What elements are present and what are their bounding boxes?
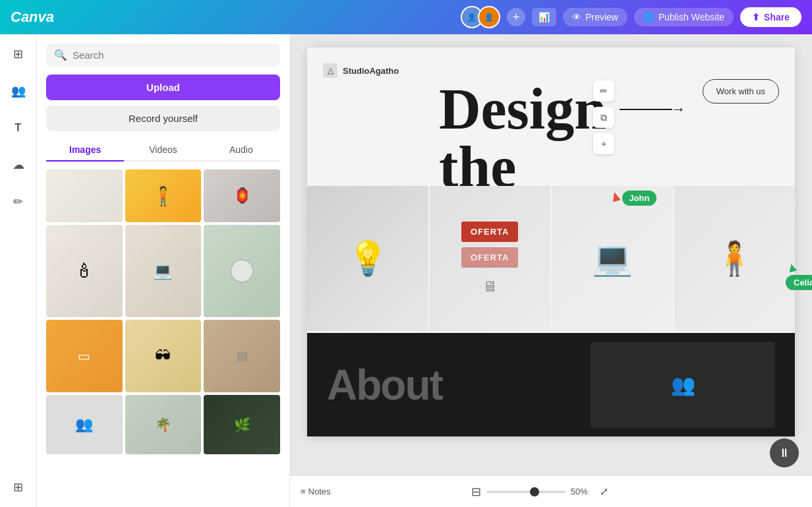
about-text: About bbox=[327, 361, 442, 409]
record-yourself-button[interactable]: Record yourself bbox=[46, 105, 280, 131]
john-name-badge: John bbox=[622, 191, 656, 206]
oferta-badge: OFERTA bbox=[461, 222, 518, 242]
list-item[interactable] bbox=[46, 169, 123, 222]
slide-logo: △ StudioAgatho bbox=[323, 63, 399, 78]
slide-wrapper: △ StudioAgatho Work with us Design → bbox=[307, 47, 795, 436]
people-icon[interactable]: 👥 bbox=[7, 79, 30, 103]
work-with-us-button[interactable]: Work with us bbox=[703, 79, 779, 104]
add-canvas-button[interactable]: + bbox=[593, 133, 614, 154]
share-button[interactable]: ⬆ Share bbox=[740, 7, 801, 27]
canva-logo: Canva bbox=[11, 9, 54, 26]
bottom-center: ⊟ 50% ⤢ bbox=[471, 485, 608, 499]
eye-icon: 👁 bbox=[572, 12, 581, 22]
text-icon[interactable]: T bbox=[7, 116, 30, 140]
list-item[interactable]: 🏮 bbox=[204, 169, 280, 222]
celia-cursor-arrow: ▲ bbox=[784, 258, 800, 276]
list-item[interactable]: ▤ bbox=[204, 320, 280, 392]
list-item[interactable]: 🌿 bbox=[204, 395, 280, 454]
topbar-center: 👤 👤 + 📊 👁 Preview 🌐 Publish Website ⬆ Sh… bbox=[461, 6, 801, 28]
list-item[interactable]: 💻 bbox=[125, 225, 202, 317]
celia-cursor: ▲ Celia bbox=[786, 260, 812, 290]
tab-videos[interactable]: Videos bbox=[124, 139, 202, 162]
avatar-group: 👤 👤 bbox=[461, 6, 500, 28]
globe-icon: 🌐 bbox=[643, 12, 654, 22]
person-image: 🧍 bbox=[674, 186, 796, 331]
list-item[interactable] bbox=[204, 225, 280, 317]
oferta-badge-2: OFERTA bbox=[461, 247, 518, 268]
add-collaborator-button[interactable]: + bbox=[507, 8, 525, 26]
preview-button[interactable]: 👁 Preview bbox=[563, 8, 627, 26]
laptop-image: 💻 bbox=[552, 186, 674, 331]
main-layout: ⊞ 👥 T ☁ ✏ ⊞ 🔍 Upload Record yourself Ima… bbox=[0, 34, 812, 507]
notes-button[interactable]: ≡ Notes bbox=[301, 487, 331, 496]
list-item[interactable]: 🕶 bbox=[125, 320, 202, 392]
upload-button[interactable]: Upload bbox=[46, 75, 280, 100]
slide-1: △ StudioAgatho Work with us Design → bbox=[307, 47, 795, 331]
list-item[interactable]: 👥 bbox=[46, 395, 123, 454]
bottom-images-row: 💡 OFERTA OFERTA 🖥 💻 bbox=[307, 186, 795, 331]
icon-bar: ⊞ 👥 T ☁ ✏ ⊞ bbox=[0, 34, 37, 507]
john-cursor: John bbox=[612, 189, 656, 206]
copy-canvas-button[interactable]: ⧉ bbox=[593, 107, 614, 128]
draw-icon[interactable]: ✏ bbox=[7, 190, 30, 214]
lamp-image: 💡 bbox=[307, 186, 430, 331]
pages-icon-button[interactable]: ⊟ bbox=[471, 485, 481, 499]
list-item[interactable]: 🧍 bbox=[125, 169, 202, 222]
canvas-area: ✏ ⧉ + John ▲ Celia △ bbox=[290, 34, 812, 507]
cloud-upload-icon[interactable]: ☁ bbox=[7, 153, 30, 177]
image-grid: 🧍 🏮 🕯 💻 ▭ 🕶 bbox=[46, 169, 280, 454]
list-item[interactable]: 🕯 bbox=[46, 225, 123, 317]
share-icon: ⬆ bbox=[752, 12, 760, 22]
publish-website-button[interactable]: 🌐 Publish Website bbox=[634, 8, 734, 26]
tab-images[interactable]: Images bbox=[46, 139, 124, 162]
oferta-image: OFERTA OFERTA 🖥 bbox=[430, 186, 552, 331]
topbar: Canva 👤 👤 + 📊 👁 Preview 🌐 Publish Websit… bbox=[0, 0, 812, 34]
pause-button[interactable]: ⏸ bbox=[770, 438, 799, 467]
celia-name-badge: Celia bbox=[786, 275, 812, 290]
bottom-bar: ≡ Notes ⊟ 50% ⤢ bbox=[290, 475, 812, 507]
notes-icon: ≡ bbox=[301, 487, 306, 496]
bottom-left: ≡ Notes bbox=[301, 487, 331, 496]
canvas-scroll[interactable]: △ StudioAgatho Work with us Design → bbox=[290, 34, 812, 475]
edit-canvas-button[interactable]: ✏ bbox=[593, 80, 614, 102]
zoom-slider[interactable] bbox=[486, 491, 566, 493]
layout-icon[interactable]: ⊞ bbox=[7, 42, 30, 66]
fullscreen-button[interactable]: ⤢ bbox=[600, 485, 608, 498]
search-box: 🔍 bbox=[46, 44, 280, 67]
apps-icon[interactable]: ⊞ bbox=[7, 475, 30, 499]
avatar-user2: 👤 bbox=[478, 6, 500, 28]
analytics-button[interactable]: 📊 bbox=[532, 8, 556, 26]
arrow-decoration: → bbox=[620, 101, 685, 118]
tab-audio[interactable]: Audio bbox=[202, 139, 280, 162]
fullscreen-icon: ⤢ bbox=[600, 486, 608, 497]
pages-icon: ⊟ bbox=[471, 485, 481, 498]
zoom-level: 50% bbox=[571, 487, 594, 496]
zoom-slider-thumb[interactable] bbox=[530, 487, 539, 496]
media-panel: 🔍 Upload Record yourself Images Videos A… bbox=[37, 34, 290, 507]
chart-icon: 📊 bbox=[538, 12, 550, 22]
canvas-tools: ✏ ⧉ + bbox=[593, 80, 614, 154]
search-icon: 🔍 bbox=[54, 49, 67, 61]
about-image: 👥 bbox=[591, 342, 775, 428]
media-tabs: Images Videos Audio bbox=[46, 139, 280, 162]
design-text: Design bbox=[439, 80, 606, 138]
list-item[interactable]: 🌴 bbox=[125, 395, 202, 454]
pause-icon: ⏸ bbox=[778, 446, 790, 460]
search-input[interactable] bbox=[72, 49, 272, 61]
about-section: About bbox=[327, 361, 591, 409]
slide-2: About 👥 bbox=[307, 331, 795, 436]
list-item[interactable]: ▭ bbox=[46, 320, 123, 392]
